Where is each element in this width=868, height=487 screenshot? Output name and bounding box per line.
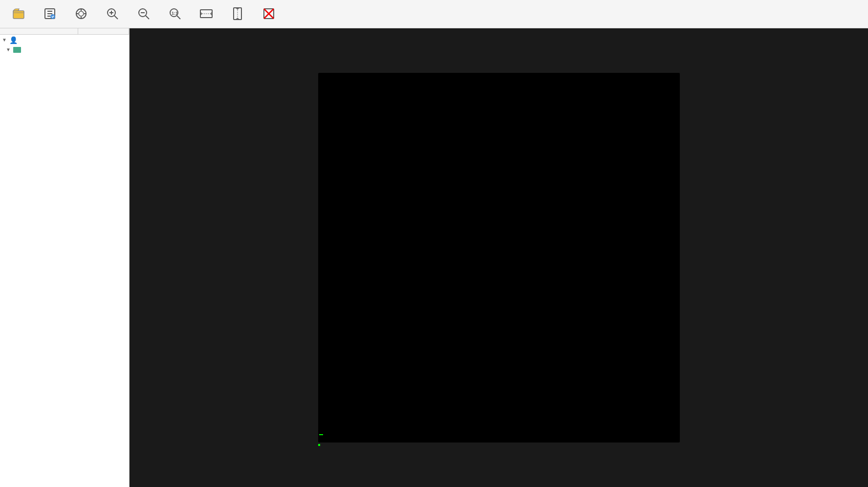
hide-box-icon (262, 7, 276, 21)
svg-line-18 (146, 16, 149, 19)
ct-image-container (318, 73, 680, 443)
svg-point-7 (79, 11, 84, 16)
series-expand-icon: ▼ (6, 47, 12, 53)
panel-header (0, 28, 129, 35)
fit-width-icon (199, 7, 213, 21)
fit-width-button[interactable] (192, 2, 221, 26)
ct-column-header (0, 28, 78, 34)
svg-line-20 (177, 16, 180, 19)
expand-icon: ▼ (2, 37, 8, 43)
svg-rect-0 (13, 11, 24, 19)
ct-viewer (130, 28, 868, 487)
zoom-out-icon (137, 7, 151, 21)
detection-box (318, 444, 320, 446)
original-size-icon: 1:1 (168, 7, 182, 21)
main-area: ▼ 👤 ▼ (0, 28, 868, 487)
zoom-in-icon (106, 7, 119, 21)
series-node[interactable]: ▼ (0, 45, 129, 54)
zoom-out-button[interactable] (129, 2, 158, 26)
fit-height-button[interactable] (223, 2, 252, 26)
hide-box-button[interactable] (254, 2, 283, 26)
open-button[interactable] (4, 2, 33, 26)
detect-ct-button[interactable] (66, 2, 96, 26)
left-panel: ▼ 👤 ▼ (0, 28, 130, 487)
zoom-in-button[interactable] (98, 2, 127, 26)
detect-all-icon (43, 7, 57, 21)
svg-line-15 (114, 16, 118, 19)
toolbar: 1:1 (0, 0, 868, 28)
patient-node[interactable]: ▼ 👤 (0, 35, 129, 45)
series-icon (13, 47, 21, 53)
ct-canvas (318, 73, 680, 443)
original-size-button[interactable]: 1:1 (160, 2, 190, 26)
open-folder-icon (12, 7, 25, 21)
result-column-header (78, 28, 129, 34)
svg-text:1:1: 1:1 (172, 11, 178, 16)
file-tree: ▼ 👤 ▼ (0, 35, 129, 487)
fit-height-icon (231, 7, 244, 21)
detect-all-button[interactable] (35, 2, 65, 26)
patient-icon: 👤 (9, 36, 18, 44)
detect-ct-icon (74, 7, 88, 21)
